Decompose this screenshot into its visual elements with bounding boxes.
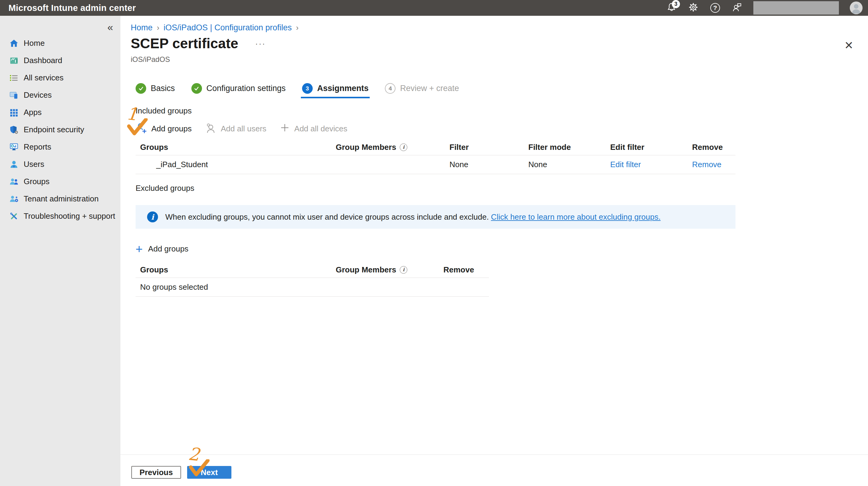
step-number-badge: 4: [385, 83, 396, 94]
sidebar-item-dashboard[interactable]: Dashboard: [0, 52, 120, 69]
plus-icon: +: [135, 245, 143, 254]
tab-label: Basics: [151, 84, 175, 93]
info-icon: i: [147, 211, 158, 222]
person-icon: [205, 122, 217, 135]
footer: Previous Next: [131, 466, 231, 479]
tab-configuration-settings[interactable]: Configuration settings: [191, 83, 286, 94]
table-row: _iPad_Student None None Edit filter Remo…: [135, 155, 736, 174]
excluded-groups-heading: Excluded groups: [135, 184, 194, 193]
tab-review-create[interactable]: 4 Review + create: [385, 83, 459, 94]
add-groups-label: Add groups: [148, 244, 188, 254]
add-all-devices-label: Add all devices: [294, 124, 347, 133]
step-number-badge: 3: [302, 83, 313, 94]
edit-filter-link[interactable]: Edit filter: [606, 160, 687, 169]
sidebar-item-label: Reports: [24, 142, 51, 152]
included-groups-actions: Add groups Add all users Add all devices: [135, 122, 347, 135]
sidebar-item-label: Home: [24, 38, 44, 48]
table-header-row: Groups Group Membersi Remove: [135, 262, 489, 278]
sidebar-item-label: Dashboard: [24, 56, 62, 65]
included-groups-heading: Included groups: [135, 106, 192, 116]
column-header-groups: Groups: [135, 143, 331, 152]
info-banner: i When excluding groups, you cannot mix …: [135, 205, 736, 229]
topbar-actions: 3 ?: [666, 0, 863, 16]
sidebar-item-all-services[interactable]: All services: [0, 69, 120, 87]
breadcrumb-link-home[interactable]: Home: [131, 23, 153, 32]
sidebar-item-groups[interactable]: Groups: [0, 173, 120, 190]
info-icon[interactable]: i: [400, 144, 407, 151]
notifications-button[interactable]: 3: [666, 2, 677, 13]
feedback-button[interactable]: [732, 2, 742, 13]
tenant-administration-icon: [9, 194, 19, 204]
add-all-users-label: Add all users: [221, 124, 266, 133]
main-content: Home › iOS/iPadOS | Configuration profil…: [120, 16, 868, 486]
column-header-remove: Remove: [687, 143, 736, 152]
tab-basics[interactable]: Basics: [135, 83, 175, 94]
breadcrumb: Home › iOS/iPadOS | Configuration profil…: [131, 23, 299, 32]
sidebar-item-label: Groups: [24, 177, 50, 186]
previous-button[interactable]: Previous: [131, 466, 181, 479]
settings-button[interactable]: [688, 2, 699, 13]
tab-label: Assignments: [317, 84, 369, 93]
column-header-group-members: Group Membersi: [331, 143, 445, 152]
sidebar-item-label: Users: [24, 159, 44, 169]
collapse-sidebar-icon[interactable]: «: [107, 22, 113, 32]
reports-icon: [9, 142, 19, 152]
help-button[interactable]: ?: [710, 2, 721, 13]
home-icon: [9, 38, 19, 48]
breadcrumb-separator: ›: [157, 23, 159, 32]
filter-mode-cell: None: [524, 160, 606, 169]
sidebar-item-endpoint-security[interactable]: Endpoint security: [0, 121, 120, 138]
notification-badge: 3: [672, 0, 680, 8]
info-icon[interactable]: i: [400, 266, 407, 274]
banner-learn-more-link[interactable]: Click here to learn more about excluding…: [491, 212, 660, 221]
page-title: SCEP certificate: [131, 35, 238, 52]
sidebar-item-reports[interactable]: Reports: [0, 138, 120, 156]
check-circle-icon: [191, 83, 202, 94]
add-groups-label: Add groups: [151, 124, 192, 133]
remove-link[interactable]: Remove: [687, 160, 736, 169]
sidebar-item-home[interactable]: Home: [0, 35, 120, 52]
next-button[interactable]: Next: [187, 466, 231, 479]
account-info-redacted: [753, 1, 839, 14]
sidebar-item-label: Devices: [24, 90, 52, 100]
sidebar-item-troubleshooting-support[interactable]: Troubleshooting + support: [0, 208, 120, 225]
shield-gear-icon: [9, 125, 19, 135]
column-header-group-members: Group Membersi: [331, 265, 439, 275]
devices-icon: [9, 90, 19, 100]
column-header-edit-filter: Edit filter: [606, 143, 687, 152]
groups-icon: [9, 177, 19, 187]
feedback-person-icon: [732, 2, 742, 14]
plus-icon: [280, 123, 290, 135]
user-icon: [9, 159, 19, 169]
sidebar-item-label: Troubleshooting + support: [24, 211, 115, 221]
banner-text: When excluding groups, you cannot mix us…: [165, 212, 660, 222]
avatar[interactable]: [850, 2, 863, 14]
page-subtitle: iOS/iPadOS: [131, 55, 170, 64]
tab-assignments[interactable]: 3 Assignments: [302, 83, 369, 94]
overflow-menu-icon[interactable]: ···: [255, 39, 266, 52]
close-icon[interactable]: ✕: [844, 40, 854, 51]
sidebar-item-devices[interactable]: Devices: [0, 87, 120, 104]
apps-icon: [9, 108, 19, 117]
column-header-groups: Groups: [135, 265, 331, 275]
sidebar-nav: Home Dashboard All services Devices Apps: [0, 35, 120, 225]
tab-label: Configuration settings: [207, 84, 286, 93]
excluded-groups-table: Groups Group Membersi Remove No groups s…: [135, 262, 489, 297]
add-all-users-button[interactable]: Add all users: [205, 122, 266, 135]
breadcrumb-separator: ›: [296, 23, 299, 32]
tab-label: Review + create: [400, 84, 459, 93]
add-person-icon: [135, 122, 147, 135]
sidebar-item-users[interactable]: Users: [0, 156, 120, 173]
add-groups-button[interactable]: Add groups: [135, 122, 192, 135]
sidebar-item-tenant-administration[interactable]: Tenant administration: [0, 190, 120, 208]
question-mark-icon: ?: [710, 3, 720, 13]
column-header-remove: Remove: [439, 265, 489, 275]
breadcrumb-link-configuration-profiles[interactable]: iOS/iPadOS | Configuration profiles: [163, 23, 292, 32]
sidebar-item-label: Tenant administration: [24, 194, 99, 204]
sidebar-item-apps[interactable]: Apps: [0, 104, 120, 121]
topbar: Microsoft Intune admin center 3 ?: [0, 0, 868, 16]
add-all-devices-button[interactable]: Add all devices: [280, 123, 347, 135]
dashboard-icon: [9, 56, 19, 65]
troubleshooting-tools-icon: [9, 211, 19, 221]
excluded-add-groups-button[interactable]: + Add groups: [135, 244, 188, 254]
